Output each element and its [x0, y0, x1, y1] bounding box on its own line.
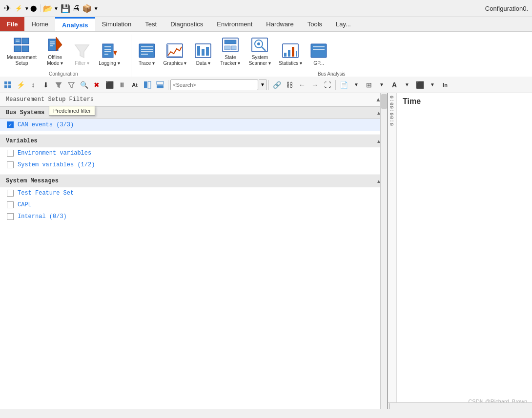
svg-rect-42: [296, 51, 297, 57]
app-icon: ✈: [4, 3, 11, 14]
offline-mode-label: OfflineMode ▾: [47, 55, 63, 66]
left-panel-scrollbar[interactable]: [380, 93, 387, 409]
tb-icon-2[interactable]: ▼: [24, 6, 29, 11]
tb-icon-open-arrow[interactable]: ▼: [54, 6, 59, 11]
svg-marker-11: [75, 45, 89, 58]
env-vars-checkbox[interactable]: [7, 150, 14, 157]
bottom-scrollbar[interactable]: [388, 402, 532, 409]
tb-btn-font-arrow[interactable]: ▼: [401, 79, 413, 91]
internal-checkbox[interactable]: [7, 213, 14, 220]
state-tracker-icon: [222, 36, 239, 54]
ribbon-btn-system-scanner[interactable]: SystemScanner ▾: [246, 35, 274, 68]
capl-link[interactable]: CAPL: [18, 201, 32, 208]
tb-btn-search[interactable]: 🔍: [78, 79, 90, 91]
toolbar-separator-2: [268, 80, 269, 90]
ribbon-btn-data[interactable]: Data ▾: [191, 40, 215, 68]
tb-icon-open[interactable]: 📂: [43, 4, 53, 13]
tb-btn-page-arrow[interactable]: ▼: [350, 79, 362, 91]
tb-btn-filter2[interactable]: [65, 79, 77, 91]
tb-btn-cols[interactable]: ⊞: [363, 79, 375, 91]
tb-icon-6[interactable]: 📦: [82, 4, 92, 13]
tb-btn-zoom[interactable]: ⛶: [322, 79, 333, 91]
ribbon-btn-gp[interactable]: GP...: [307, 40, 330, 68]
menu-item-home[interactable]: Home: [24, 17, 55, 31]
tb-btn-back[interactable]: ←: [296, 79, 308, 91]
time-header: Time: [403, 97, 526, 106]
svg-marker-51: [68, 82, 74, 88]
search-placeholder: <Search>: [173, 82, 196, 88]
tb-btn-split[interactable]: ⬛: [414, 79, 426, 91]
filter-row: Measurement Setup Filters ▲ Predefined f…: [0, 93, 387, 106]
tb-icon-arrow[interactable]: ▼: [94, 6, 99, 11]
ribbon-btn-filter[interactable]: Filter ▾: [70, 40, 94, 68]
data-icon: [194, 42, 212, 60]
capl-checkbox[interactable]: [7, 201, 14, 208]
measurement-setup-icon: [13, 36, 31, 54]
search-box[interactable]: <Search>: [170, 80, 258, 90]
tb-btn-in[interactable]: In: [439, 79, 451, 91]
tb-btn-split-arrow[interactable]: ▼: [427, 79, 438, 91]
tb-btn-link2[interactable]: ⛓: [284, 79, 295, 91]
test-feature-checkbox[interactable]: [7, 190, 14, 197]
tb-btn-grid2[interactable]: [154, 79, 166, 91]
ribbon-btn-statistics[interactable]: Statistics ▾: [276, 40, 305, 68]
gp-label: GP...: [313, 60, 324, 66]
bus-systems-label: Bus Systems: [6, 109, 44, 116]
test-feature-link[interactable]: Test Feature Set: [18, 190, 74, 197]
internal-link[interactable]: Internal (0/3): [18, 213, 67, 220]
tb-icon-5[interactable]: 🖨: [72, 4, 80, 13]
data-label: Data ▾: [196, 60, 210, 66]
svg-rect-53: [148, 81, 151, 88]
tb-btn-pause[interactable]: ⏸: [116, 79, 128, 91]
ribbon-btn-logging[interactable]: Logging ▾: [96, 40, 123, 68]
tb-icon-save[interactable]: 💾: [61, 4, 70, 13]
gp-icon: [310, 42, 327, 60]
can-events-link[interactable]: CAN events (3/3): [18, 121, 74, 128]
tb-btn-link[interactable]: 🔗: [271, 79, 283, 91]
menu-item-file[interactable]: File: [0, 17, 24, 31]
ribbon-btn-measurement-setup[interactable]: MeasurementSetup: [4, 35, 40, 68]
ribbon-btn-state-tracker[interactable]: StateTracker ▾: [217, 35, 244, 68]
tb-btn-copy[interactable]: ⬛: [103, 79, 115, 91]
tb-btn-font[interactable]: A: [389, 79, 400, 91]
svg-rect-23: [167, 44, 183, 58]
tb-btn-grid1[interactable]: [142, 79, 153, 91]
tb-btn-cols-arrow[interactable]: ▼: [376, 79, 388, 91]
tb-btn-4[interactable]: ⬇: [40, 79, 52, 91]
menu-item-diagnostics[interactable]: Diagnostics: [164, 17, 210, 31]
env-vars-link[interactable]: Environment variables: [18, 150, 91, 157]
svg-point-36: [257, 42, 260, 45]
tb-btn-1[interactable]: [2, 79, 14, 91]
tb-btn-forward[interactable]: →: [309, 79, 321, 91]
menu-item-hardware[interactable]: Hardware: [259, 17, 300, 31]
search-dropdown[interactable]: ▼: [259, 80, 266, 90]
menu-bar: File Home Analysis Simulation Test Diagn…: [0, 17, 532, 32]
ribbon-btn-graphics[interactable]: Graphics ▾: [161, 40, 190, 68]
ribbon-btn-trace[interactable]: Trace ▾: [135, 40, 159, 68]
ribbon-btn-offline-mode[interactable]: OfflineMode ▾: [41, 35, 68, 68]
tb-btn-3[interactable]: ↕: [27, 79, 39, 91]
menu-item-simulation[interactable]: Simulation: [95, 17, 139, 31]
filter-row-label: Measurement Setup Filters: [6, 96, 94, 103]
menu-item-analysis[interactable]: Analysis: [55, 17, 95, 31]
graphics-icon: [166, 42, 184, 60]
svg-marker-50: [56, 82, 61, 88]
can-events-checkbox[interactable]: ✓: [7, 121, 14, 128]
tb-btn-2[interactable]: ⚡: [15, 79, 26, 91]
tb-btn-delete[interactable]: ✖: [91, 79, 102, 91]
menu-item-tools[interactable]: Tools: [301, 17, 329, 31]
svg-rect-47: [8, 81, 11, 84]
tb-icon-1[interactable]: ⚡: [15, 5, 22, 12]
sys-vars-link[interactable]: System variables (1/2): [18, 161, 95, 168]
tb-btn-filter[interactable]: [53, 79, 64, 91]
sys-vars-checkbox[interactable]: [7, 161, 14, 168]
tb-btn-at[interactable]: At: [129, 79, 141, 91]
scrollbar-thumb[interactable]: [381, 94, 387, 109]
bottom-scroll-handle[interactable]: [389, 403, 390, 409]
menu-item-environment[interactable]: Environment: [210, 17, 259, 31]
tb-btn-page[interactable]: 📄: [338, 79, 349, 91]
configuration-group-label: Configuration: [4, 70, 123, 77]
menu-item-test[interactable]: Test: [138, 17, 164, 31]
menu-item-layout[interactable]: Lay...: [329, 17, 358, 31]
tb-icon-3[interactable]: ⬤: [30, 5, 37, 12]
